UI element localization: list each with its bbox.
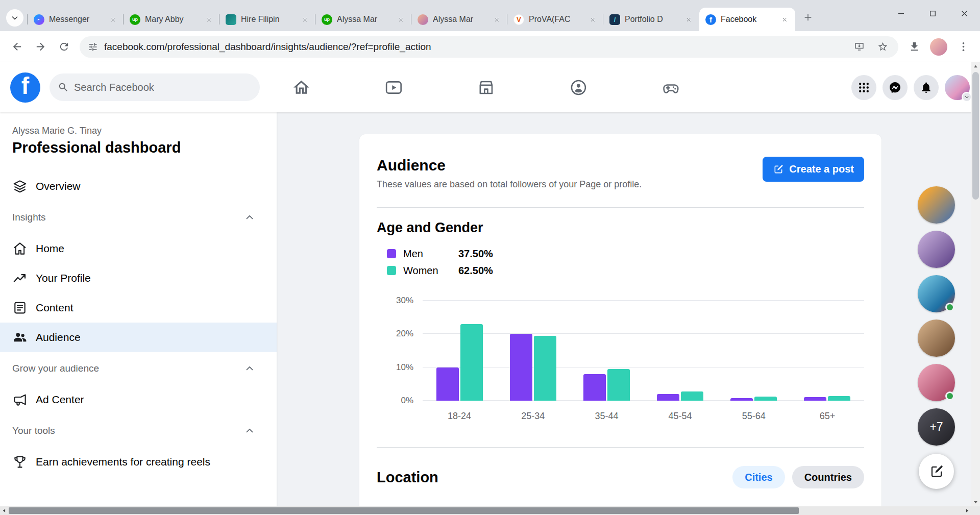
- sidebar-item-achievements[interactable]: Earn achievements for creating reels: [0, 447, 277, 477]
- create-a-post-button[interactable]: Create a post: [763, 157, 864, 182]
- notifications-button[interactable]: [914, 75, 939, 100]
- install-app-icon[interactable]: [850, 38, 868, 56]
- maximize-button[interactable]: [917, 0, 948, 27]
- bar-group-18-24: [423, 301, 496, 401]
- reload-button[interactable]: [53, 36, 75, 58]
- create-post-icon: [773, 164, 784, 175]
- y-axis-tick: 30%: [381, 296, 413, 306]
- document-icon: [12, 300, 28, 315]
- tab-search-button[interactable]: [6, 9, 23, 27]
- bookmark-star-icon[interactable]: [874, 38, 891, 56]
- browser-tab-mary-abby[interactable]: up Mary Abby: [124, 8, 219, 31]
- contact-avatar[interactable]: [918, 320, 955, 357]
- back-button[interactable]: [6, 36, 28, 58]
- tab-title: Mary Abby: [145, 15, 199, 24]
- groups-nav-icon[interactable]: [569, 78, 588, 97]
- tab-title: Facebook: [721, 15, 774, 24]
- new-tab-button[interactable]: [798, 8, 818, 27]
- age-gender-plot: 0%10%20%30%: [423, 301, 864, 401]
- browser-tab-prova[interactable]: V ProVA(FAC: [507, 8, 603, 31]
- watch-nav-icon[interactable]: [384, 78, 403, 97]
- people-icon: [12, 330, 28, 345]
- vertical-scrollbar-thumb[interactable]: [972, 72, 979, 200]
- scroll-up-icon[interactable]: [971, 63, 980, 72]
- tab-close-icon[interactable]: [779, 14, 790, 25]
- search-input[interactable]: [74, 82, 257, 93]
- upwork-favicon-icon: up: [322, 14, 332, 25]
- page-title: Professional dashboard: [12, 139, 268, 156]
- sidebar-item-audience[interactable]: Audience: [0, 323, 277, 352]
- forward-button[interactable]: [30, 36, 51, 58]
- browser-tab-alyssa-profile[interactable]: Alyssa Mar: [411, 8, 507, 31]
- sidebar-item-your-profile[interactable]: Your Profile: [0, 263, 277, 293]
- horizontal-scrollbar-thumb[interactable]: [9, 507, 799, 514]
- browser-tab-messenger[interactable]: Messenger: [28, 8, 124, 31]
- facebook-search[interactable]: [50, 73, 260, 101]
- home-nav-icon[interactable]: [292, 78, 311, 97]
- sidebar-section-insights[interactable]: Insights: [12, 201, 268, 234]
- account-avatar[interactable]: [945, 75, 970, 100]
- facebook-logo[interactable]: f: [10, 72, 40, 103]
- megaphone-icon: [12, 392, 28, 407]
- bar-men-45-54: [657, 394, 679, 401]
- browser-menu-button[interactable]: [952, 36, 974, 58]
- section-divider: [377, 447, 864, 448]
- sidebar-item-home[interactable]: Home: [0, 234, 277, 263]
- browser-tab-hire-filipino[interactable]: Hire Filipin: [219, 8, 315, 31]
- bar-women-18-24: [460, 324, 483, 401]
- browser-profile-avatar[interactable]: [930, 38, 947, 56]
- messenger-favicon-icon: [34, 14, 44, 25]
- sidebar-item-ad-center[interactable]: Ad Center: [0, 385, 277, 414]
- contact-avatar[interactable]: [918, 186, 955, 224]
- tab-close-icon[interactable]: [491, 14, 502, 25]
- more-contacts-button[interactable]: +7: [918, 408, 955, 446]
- sidebar-section-grow-your-audience[interactable]: Grow your audience: [12, 352, 268, 385]
- horizontal-scrollbar[interactable]: [0, 506, 980, 515]
- close-window-button[interactable]: [948, 0, 980, 27]
- menu-grid-button[interactable]: [851, 75, 876, 100]
- contact-avatar[interactable]: [918, 364, 955, 401]
- tab-close-icon[interactable]: [203, 14, 214, 25]
- sidebar-item-overview[interactable]: Overview: [0, 171, 277, 201]
- scrollbar-corner: [971, 506, 980, 515]
- browser-tab-portfolio[interactable]: / Portfolio D: [603, 8, 699, 31]
- contact-avatar[interactable]: [918, 275, 955, 312]
- facebook-favicon-icon: f: [705, 14, 716, 25]
- browser-tab-facebook-active[interactable]: f Facebook: [699, 8, 795, 31]
- tab-close-icon[interactable]: [683, 14, 694, 25]
- age-gender-chart: 0%10%20%30% 18-2425-3435-4445-5455-6465+: [377, 301, 864, 422]
- minimize-button[interactable]: [885, 0, 917, 27]
- scroll-down-icon[interactable]: [971, 498, 980, 506]
- browser-tab-alyssa-upwork[interactable]: up Alyssa Mar: [315, 8, 411, 31]
- contact-avatar[interactable]: [918, 231, 955, 268]
- x-axis-tick: 45-54: [644, 411, 717, 422]
- sidebar-section-your-tools[interactable]: Your tools: [12, 414, 268, 447]
- compose-fab-button[interactable]: [919, 454, 954, 489]
- scroll-right-icon[interactable]: [963, 506, 971, 515]
- tab-close-icon[interactable]: [587, 14, 598, 25]
- profile-context-name: Alyssa Marie G. Tinay: [12, 126, 268, 136]
- site-settings-icon[interactable]: [88, 42, 98, 52]
- tab-close-icon[interactable]: [107, 14, 118, 25]
- address-bar[interactable]: facebook.com/professional_dashboard/insi…: [80, 36, 898, 58]
- bar-group-55-64: [717, 301, 791, 401]
- y-axis-tick: 10%: [381, 362, 413, 373]
- messenger-button[interactable]: [883, 75, 908, 100]
- bar-men-18-24: [436, 367, 459, 401]
- scroll-left-icon[interactable]: [0, 506, 9, 515]
- sidebar: Alyssa Marie G. Tinay Professional dashb…: [0, 112, 277, 506]
- cities-button[interactable]: Cities: [732, 466, 785, 488]
- x-axis-tick: 35-44: [570, 411, 643, 422]
- vertical-scrollbar[interactable]: [971, 62, 980, 506]
- downloads-button[interactable]: [903, 36, 925, 58]
- countries-button[interactable]: Countries: [792, 466, 864, 488]
- sidebar-item-content[interactable]: Content: [0, 293, 277, 323]
- chevron-up-icon: [244, 363, 255, 374]
- prova-favicon-icon: V: [513, 14, 524, 25]
- bar-group-25-34: [496, 301, 570, 401]
- gaming-nav-icon[interactable]: [662, 78, 680, 97]
- legend-swatch-men: [387, 249, 396, 258]
- tab-close-icon[interactable]: [299, 14, 310, 25]
- marketplace-nav-icon[interactable]: [477, 78, 496, 97]
- tab-close-icon[interactable]: [395, 14, 406, 25]
